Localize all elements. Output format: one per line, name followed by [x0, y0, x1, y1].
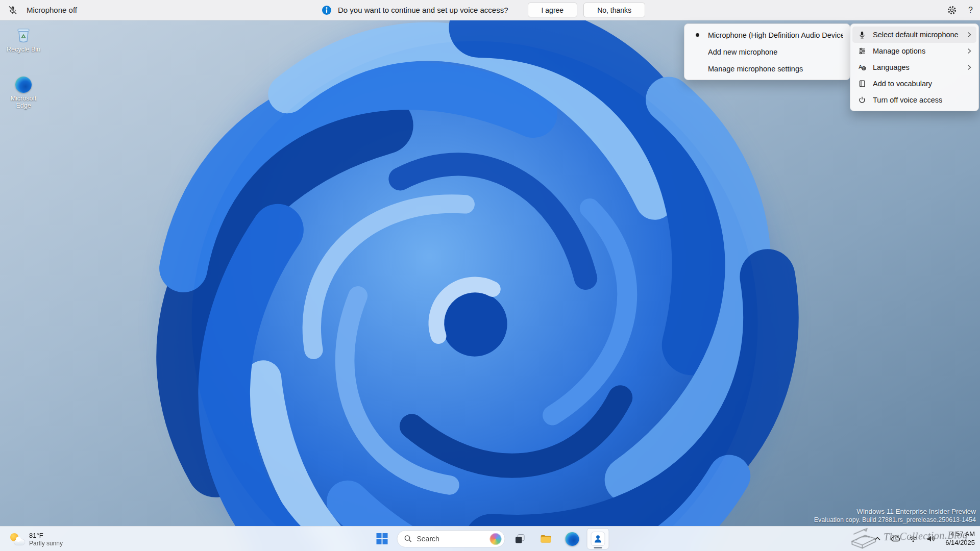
menu-item-label: Turn off voice access [873, 96, 960, 104]
taskbar: 81°F Partly sunny Search [0, 526, 980, 551]
chevron-right-icon [966, 64, 971, 70]
agree-button[interactable]: I agree [528, 3, 578, 17]
voice-access-settings-menu: Select default microphone Manage options [850, 23, 979, 111]
clock-time: 4:57 AM [945, 530, 975, 539]
menu-item-select-default-microphone[interactable]: Select default microphone [852, 27, 976, 43]
mic-status-text: Microphone off [27, 6, 77, 14]
network-tray-button[interactable] [908, 532, 919, 545]
menu-item-add-to-vocabulary[interactable]: Add to vocabulary [852, 76, 976, 92]
clock-date: 6/14/2025 [945, 539, 975, 547]
submenu-item-manage-microphone-settings[interactable]: Manage microphone settings [687, 60, 848, 77]
submenu-item-label: Manage microphone settings [708, 65, 843, 73]
task-view-icon [514, 533, 526, 545]
wallpaper-bloom [0, 0, 980, 551]
chevron-right-icon [966, 32, 971, 38]
task-view-button[interactable] [509, 528, 531, 549]
menu-item-label: Add to vocabulary [873, 80, 960, 88]
start-button[interactable] [371, 528, 394, 549]
onedrive-tray-button[interactable] [890, 532, 901, 545]
menu-item-label: Manage options [873, 47, 960, 55]
voice-access-bar: Microphone off Do you want to continue a… [0, 0, 980, 20]
edge-icon [565, 532, 579, 546]
mic-off-icon [8, 5, 18, 15]
microphone-submenu: Microphone (High Definition Audio Device… [684, 23, 850, 80]
sliders-icon [857, 46, 867, 56]
language-icon: A [857, 63, 867, 72]
desktop-icon-microsoft-edge[interactable]: Microsoft Edge [2, 77, 45, 110]
recycle-bin-icon [15, 26, 32, 44]
submenu-item-label: Microphone (High Definition Audio Device… [708, 31, 843, 39]
edge-icon [15, 77, 32, 93]
book-icon [857, 79, 867, 88]
selected-dot-icon [696, 33, 699, 37]
help-button[interactable]: ? [968, 6, 973, 15]
voice-access-icon [591, 532, 605, 546]
submenu-item-label: Add new microphone [708, 48, 843, 56]
info-icon [322, 5, 332, 15]
show-hidden-icons-button[interactable] [872, 532, 883, 545]
windows-desktop: Recycle Bin Microsoft Edge Windows 11 En… [0, 0, 980, 551]
submenu-item-add-new-microphone[interactable]: Add new microphone [687, 43, 848, 60]
microphone-toggle-button[interactable] [5, 3, 20, 18]
volume-icon [926, 535, 936, 543]
file-explorer-icon [540, 533, 553, 545]
search-label: Search [417, 535, 485, 543]
desktop-icon-recycle-bin[interactable]: Recycle Bin [2, 26, 45, 53]
build-line-1: Windows 11 Enterprise Insider Preview [814, 508, 976, 515]
power-icon [857, 95, 867, 105]
build-line-2: Evaluation copy. Build 27881.rs_prerelea… [814, 516, 976, 523]
menu-item-turn-off-voice-access[interactable]: Turn off voice access [852, 92, 976, 108]
menu-item-label: Languages [873, 63, 960, 71]
windows-logo-icon [377, 533, 388, 544]
weather-temperature: 81°F [29, 532, 63, 539]
chevron-right-icon [966, 48, 971, 54]
partly-sunny-icon [9, 532, 24, 547]
wifi-icon [909, 535, 918, 543]
desktop-icon-label: Microsoft Edge [6, 95, 41, 110]
weather-widget[interactable]: 81°F Partly sunny [4, 528, 68, 550]
search-icon [404, 535, 412, 543]
svg-text:A: A [859, 64, 862, 70]
weather-condition: Partly sunny [29, 540, 63, 547]
voice-access-app-button[interactable] [587, 528, 609, 549]
voice-access-prompt: Do you want to continue and set up voice… [338, 6, 508, 14]
desktop-icon-label: Recycle Bin [7, 46, 40, 53]
menu-item-manage-options[interactable]: Manage options [852, 43, 976, 59]
edge-button[interactable] [561, 528, 583, 549]
gear-icon[interactable] [947, 5, 957, 15]
windows-build-watermark: Windows 11 Enterprise Insider Preview Ev… [814, 508, 976, 523]
search-highlights-icon [490, 533, 502, 545]
search-box[interactable]: Search [397, 530, 505, 547]
menu-item-languages[interactable]: A Languages [852, 59, 976, 76]
submenu-item-default-microphone[interactable]: Microphone (High Definition Audio Device… [687, 27, 848, 43]
file-explorer-button[interactable] [535, 528, 557, 549]
decline-button[interactable]: No, thanks [583, 3, 645, 17]
cloud-icon [890, 534, 900, 543]
clock[interactable]: 4:57 AM 6/14/2025 [943, 530, 975, 547]
chevron-up-icon [873, 535, 881, 542]
microphone-icon [857, 30, 867, 39]
menu-item-label: Select default microphone [873, 31, 960, 39]
volume-tray-button[interactable] [925, 532, 937, 545]
